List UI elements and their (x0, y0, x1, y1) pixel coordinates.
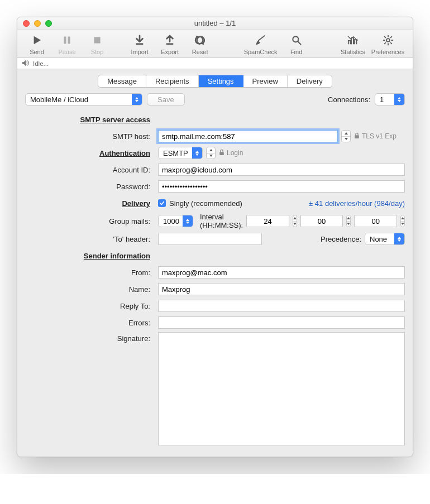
gear-icon (380, 33, 396, 47)
to-header-input[interactable] (158, 233, 262, 245)
lock-icon (219, 149, 224, 157)
smtp-host-stepper[interactable] (341, 130, 351, 142)
search-icon (289, 33, 304, 47)
precedence-select[interactable]: None (365, 233, 405, 245)
tab-settings[interactable]: Settings (199, 75, 243, 87)
tab-preview[interactable]: Preview (243, 75, 288, 87)
auth-stepper[interactable] (206, 147, 216, 159)
chevron-updown-icon (183, 215, 193, 227)
import-button[interactable]: Import (126, 33, 154, 55)
arrow-up-icon (162, 33, 178, 47)
chart-icon (345, 33, 361, 47)
label-precedence: Precedence: (321, 235, 361, 243)
signature-textarea[interactable] (158, 332, 405, 445)
chevron-updown-icon (192, 147, 202, 159)
label-name: Name: (25, 285, 154, 294)
svg-rect-7 (355, 135, 359, 138)
connections-select[interactable]: 1 (375, 93, 405, 105)
zoom-window-icon[interactable] (45, 20, 52, 27)
singly-checkbox[interactable] (158, 199, 166, 207)
tab-delivery[interactable]: Delivery (288, 75, 332, 87)
chevron-updown-icon (394, 94, 404, 105)
pause-icon (59, 33, 75, 47)
label-account-id: Account ID: (25, 166, 154, 174)
label-from: From: (25, 268, 154, 277)
name-input[interactable] (158, 283, 405, 295)
statistics-button[interactable]: Statistics (337, 33, 369, 55)
tab-message[interactable]: Message (98, 75, 146, 87)
label-reply-to: Reply To: (25, 302, 154, 310)
send-button[interactable]: Send (23, 33, 51, 55)
export-button[interactable]: Export (156, 33, 184, 55)
save-button[interactable]: Save (147, 93, 185, 105)
toolbar: Send Pause Stop Import (17, 30, 413, 58)
interval-ss-input[interactable] (354, 215, 397, 227)
titlebar: untitled – 1/1 (17, 17, 413, 30)
account-id-input[interactable] (158, 164, 405, 176)
section-auth: Authentication (25, 149, 154, 157)
app-window: untitled – 1/1 Send Pause Stop (17, 17, 413, 457)
svg-rect-8 (219, 152, 224, 155)
chevron-updown-icon (132, 94, 142, 105)
errors-input[interactable] (158, 316, 405, 329)
interval-hh-stepper[interactable] (293, 215, 297, 227)
svg-rect-1 (68, 37, 70, 44)
login-indicator: Login (219, 149, 243, 157)
svg-rect-3 (136, 43, 144, 45)
connections-label: Connections: (328, 95, 370, 104)
window-title: untitled – 1/1 (17, 19, 413, 27)
status-bar: Idle... (17, 58, 413, 69)
label-password: Password: (25, 183, 154, 191)
find-button[interactable]: Find (283, 33, 310, 55)
interval-ss-stepper[interactable] (400, 215, 405, 227)
minimize-window-icon[interactable] (34, 20, 41, 27)
from-input[interactable] (158, 266, 405, 279)
label-errors: Errors: (25, 319, 154, 327)
account-select[interactable]: MobileMe / iCloud (25, 93, 142, 105)
label-smtp-host: SMTP host: (25, 132, 154, 141)
section-delivery: Delivery (25, 199, 154, 208)
status-text: Idle... (33, 60, 49, 67)
tab-recipients[interactable]: Recipients (146, 75, 199, 87)
password-input[interactable] (158, 180, 405, 193)
svg-point-6 (386, 39, 390, 42)
lock-icon (354, 132, 360, 141)
interval-mm-input[interactable] (300, 215, 343, 227)
tls-indicator: TLS v1 Exp (354, 132, 396, 141)
auth-mode-select[interactable]: ESMTP (158, 147, 203, 159)
section-sender: Sender information (25, 252, 154, 260)
reset-icon (192, 33, 208, 47)
label-group-mails: Group mails: (25, 217, 154, 225)
arrow-down-icon (132, 33, 147, 47)
smtp-host-input[interactable] (158, 130, 338, 142)
group-mails-select[interactable]: 1000 (158, 215, 193, 227)
stop-button[interactable]: Stop (83, 33, 111, 55)
brush-icon (253, 33, 269, 47)
speaker-icon[interactable] (22, 60, 30, 68)
svg-rect-0 (64, 37, 66, 44)
reset-button[interactable]: Reset (186, 33, 214, 55)
label-signature: Signature: (25, 332, 154, 343)
preferences-button[interactable]: Preferences (369, 33, 407, 55)
section-smtp: SMTP server access (25, 116, 154, 124)
stop-icon (89, 33, 105, 47)
interval-mm-stepper[interactable] (346, 215, 351, 227)
label-interval: Interval (HH:MM:SS): (200, 213, 243, 229)
interval-hh-input[interactable] (246, 215, 289, 227)
play-icon (29, 33, 45, 47)
spamcheck-button[interactable]: SpamCheck (241, 33, 280, 55)
chevron-updown-icon (394, 233, 404, 244)
svg-rect-4 (166, 43, 174, 45)
label-to-header: 'To' header: (25, 235, 154, 243)
pause-button[interactable]: Pause (53, 33, 81, 55)
delivery-rate: ± 41 deliveries/hour (984/day) (309, 199, 405, 208)
singly-label: Singly (recommended) (169, 199, 242, 208)
reply-to-input[interactable] (158, 300, 405, 312)
close-window-icon[interactable] (23, 20, 30, 27)
svg-rect-2 (94, 37, 100, 43)
tab-bar: Message Recipients Settings Preview Deli… (17, 69, 413, 92)
